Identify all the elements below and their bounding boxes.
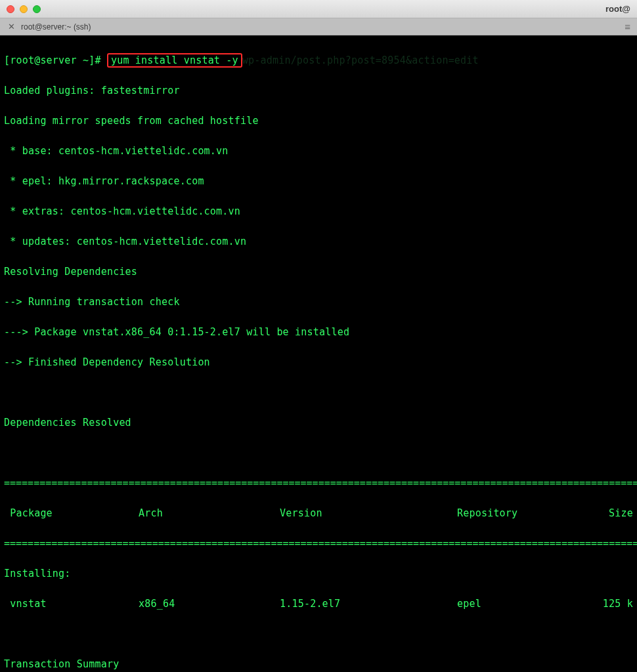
terminal-line: Installing: (4, 566, 633, 581)
command-highlight: yum install vnstat -y (107, 53, 242, 68)
col-repository: Repository (457, 506, 575, 521)
divider-line: ========================================… (4, 476, 633, 491)
col-version: Version (280, 506, 457, 521)
prompt: [root@server ~]# (4, 54, 107, 66)
col-package: Package (4, 506, 139, 521)
tab-label: root@server:~ (ssh) (21, 22, 91, 32)
table-header-row: Package Arch Version Repository Size (4, 506, 633, 521)
cell-size: 125 k (575, 597, 633, 612)
terminal-line: * updates: centos-hcm.viettelidc.com.vn (4, 234, 633, 249)
titlebar[interactable]: root@ (0, 0, 637, 18)
minimize-window-button[interactable] (20, 5, 28, 13)
maximize-window-button[interactable] (33, 5, 41, 13)
terminal-line: --> Running transaction check (4, 295, 633, 310)
terminal-line: Loaded plugins: fastestmirror (4, 83, 633, 98)
terminal-line: * base: centos-hcm.viettelidc.com.vn (4, 144, 633, 159)
cell-package: vnstat (4, 597, 139, 612)
terminal-body[interactable]: [root@server ~]# yum install vnstat -ywp… (0, 35, 637, 672)
divider-line: ========================================… (4, 536, 633, 551)
window-title: root@ (605, 4, 630, 14)
traffic-lights (7, 5, 41, 13)
tab-menu-icon[interactable]: ≡ (625, 21, 630, 32)
col-size: Size (575, 506, 633, 521)
close-tab-icon[interactable]: ✕ (7, 22, 16, 32)
terminal-window: root@ ✕ root@server:~ (ssh) ≡ [root@serv… (0, 0, 637, 672)
cell-repository: epel (457, 597, 575, 612)
ghost-text: wp-admin/post.php?post=8954&action=edit (242, 54, 479, 66)
terminal-line: * epel: hkg.mirror.rackspace.com (4, 174, 633, 189)
cell-arch: x86_64 (139, 597, 280, 612)
terminal-line: Resolving Dependencies (4, 264, 633, 280)
terminal-line: Loading mirror speeds from cached hostfi… (4, 114, 633, 129)
terminal-line: ---> Package vnstat.x86_64 0:1.15-2.el7 … (4, 325, 633, 340)
terminal-line: --> Finished Dependency Resolution (4, 355, 633, 370)
terminal-line: [root@server ~]# yum install vnstat -ywp… (4, 53, 633, 68)
close-window-button[interactable] (7, 5, 14, 13)
tab-ssh[interactable]: ✕ root@server:~ (ssh) ≡ (0, 18, 637, 35)
cell-version: 1.15-2.el7 (280, 597, 457, 612)
col-arch: Arch (139, 506, 280, 521)
terminal-line: Dependencies Resolved (4, 415, 633, 430)
terminal-line: * extras: centos-hcm.viettelidc.com.vn (4, 204, 633, 219)
tab-bar: ✕ root@server:~ (ssh) ≡ (0, 18, 637, 35)
terminal-line: Transaction Summary (4, 657, 633, 672)
table-row: vnstat x86_64 1.15-2.el7 epel 125 k (4, 597, 633, 612)
